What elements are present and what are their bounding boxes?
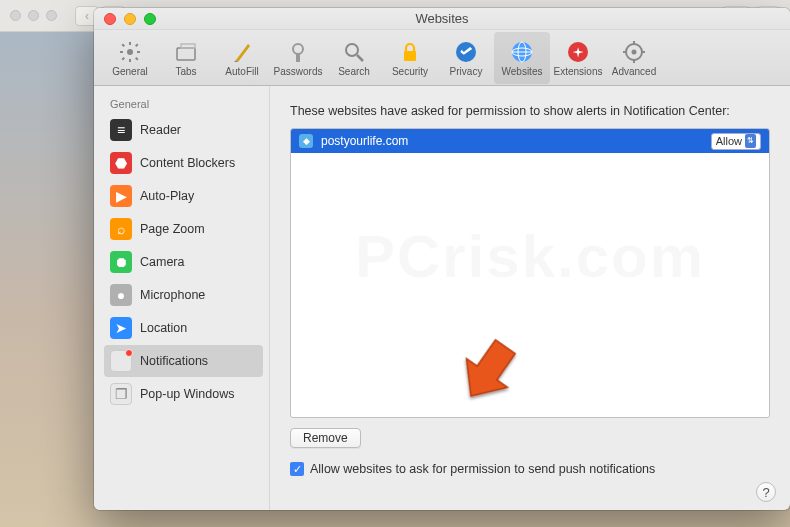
toolbar-label: Extensions — [554, 66, 603, 77]
camera-icon: ⏺ — [110, 251, 132, 273]
advanced-icon — [621, 39, 647, 65]
toolbar-security[interactable]: Security — [382, 32, 438, 84]
microphone-icon: ● — [110, 284, 132, 306]
sidebar-item-microphone[interactable]: ●Microphone — [104, 279, 263, 311]
toolbar-label: Privacy — [450, 66, 483, 77]
toolbar-advanced[interactable]: Advanced — [606, 32, 662, 84]
traffic-lights — [104, 13, 156, 25]
help-button[interactable]: ? — [756, 482, 776, 502]
general-icon — [117, 39, 143, 65]
site-favicon: ◆ — [299, 134, 313, 148]
content-blockers-icon: ⬣ — [110, 152, 132, 174]
sidebar-item-content-blockers[interactable]: ⬣Content Blockers — [104, 147, 263, 179]
sidebar-item-auto-play[interactable]: ▶Auto-Play — [104, 180, 263, 212]
toolbar-label: AutoFill — [225, 66, 258, 77]
toolbar-label: General — [112, 66, 148, 77]
allow-ask-checkbox[interactable]: ✓ — [290, 462, 304, 476]
privacy-icon — [453, 39, 479, 65]
content-area: General ≡Reader⬣Content Blockers▶Auto-Pl… — [94, 86, 790, 510]
toolbar-general[interactable]: General — [102, 32, 158, 84]
svg-line-6 — [357, 55, 363, 61]
toolbar-passwords[interactable]: Passwords — [270, 32, 326, 84]
search-icon — [341, 39, 367, 65]
sidebar-label: Reader — [140, 123, 181, 137]
sidebar-item-location[interactable]: ➤Location — [104, 312, 263, 344]
panel-description: These websites have asked for permission… — [290, 104, 770, 118]
sidebar-label: Location — [140, 321, 187, 335]
svg-point-5 — [346, 44, 358, 56]
outer-traffic-lights — [10, 10, 57, 21]
toolbar-label: Search — [338, 66, 370, 77]
outer-dot — [28, 10, 39, 21]
sidebar-item-notifications[interactable]: Notifications — [104, 345, 263, 377]
maximize-button[interactable] — [144, 13, 156, 25]
remove-button[interactable]: Remove — [290, 428, 361, 448]
main-panel: These websites have asked for permission… — [270, 86, 790, 510]
website-row[interactable]: ◆ postyourlife.com Allow ⇅ — [291, 129, 769, 153]
auto-play-icon: ▶ — [110, 185, 132, 207]
select-arrows-icon: ⇅ — [745, 134, 756, 148]
sidebar-label: Microphone — [140, 288, 205, 302]
svg-rect-2 — [181, 44, 195, 48]
sidebar-label: Notifications — [140, 354, 208, 368]
popup-windows-icon: ❐ — [110, 383, 132, 405]
extensions-icon — [565, 39, 591, 65]
preferences-toolbar: GeneralTabsAutoFillPasswordsSearchSecuri… — [94, 30, 790, 86]
badge-dot — [125, 349, 133, 357]
outer-dot — [10, 10, 21, 21]
window-title: Websites — [415, 11, 468, 26]
svg-rect-4 — [296, 53, 300, 62]
reader-icon: ≡ — [110, 119, 132, 141]
titlebar: Websites — [94, 8, 790, 30]
toolbar-tabs[interactable]: Tabs — [158, 32, 214, 84]
websites-icon — [509, 39, 535, 65]
toolbar-websites[interactable]: Websites — [494, 32, 550, 84]
bottom-controls: Remove — [290, 428, 770, 448]
sidebar-item-camera[interactable]: ⏺Camera — [104, 246, 263, 278]
website-list[interactable]: PCrisk.com ◆ postyourlife.com Allow ⇅ — [290, 128, 770, 418]
sidebar-label: Page Zoom — [140, 222, 205, 236]
toolbar-label: Advanced — [612, 66, 656, 77]
passwords-icon — [285, 39, 311, 65]
sidebar-header: General — [104, 96, 263, 114]
toolbar-label: Websites — [502, 66, 543, 77]
toolbar-label: Passwords — [274, 66, 323, 77]
permission-value: Allow — [716, 135, 742, 147]
site-domain: postyourlife.com — [321, 134, 711, 148]
permission-select[interactable]: Allow ⇅ — [711, 133, 761, 150]
sidebar-item-popup-windows[interactable]: ❐Pop-up Windows — [104, 378, 263, 410]
sidebar-label: Pop-up Windows — [140, 387, 235, 401]
sidebar-item-page-zoom[interactable]: ⌕Page Zoom — [104, 213, 263, 245]
autofill-icon — [229, 39, 255, 65]
outer-dot — [46, 10, 57, 21]
toolbar-label: Security — [392, 66, 428, 77]
preferences-window: Websites GeneralTabsAutoFillPasswordsSea… — [94, 8, 790, 510]
sidebar: General ≡Reader⬣Content Blockers▶Auto-Pl… — [94, 86, 270, 510]
svg-point-3 — [293, 44, 303, 54]
close-button[interactable] — [104, 13, 116, 25]
sidebar-label: Auto-Play — [140, 189, 194, 203]
svg-point-0 — [127, 49, 133, 55]
page-zoom-icon: ⌕ — [110, 218, 132, 240]
toolbar-label: Tabs — [175, 66, 196, 77]
tabs-icon — [173, 39, 199, 65]
notifications-icon — [110, 350, 132, 372]
sidebar-item-reader[interactable]: ≡Reader — [104, 114, 263, 146]
svg-rect-7 — [404, 51, 416, 61]
checkbox-row: ✓ Allow websites to ask for permission t… — [290, 462, 770, 476]
location-icon: ➤ — [110, 317, 132, 339]
security-icon — [397, 39, 423, 65]
toolbar-privacy[interactable]: Privacy — [438, 32, 494, 84]
toolbar-autofill[interactable]: AutoFill — [214, 32, 270, 84]
svg-rect-1 — [177, 48, 195, 60]
svg-point-16 — [632, 49, 637, 54]
checkbox-label: Allow websites to ask for permission to … — [310, 462, 655, 476]
toolbar-search[interactable]: Search — [326, 32, 382, 84]
toolbar-extensions[interactable]: Extensions — [550, 32, 606, 84]
sidebar-label: Camera — [140, 255, 184, 269]
minimize-button[interactable] — [124, 13, 136, 25]
sidebar-label: Content Blockers — [140, 156, 235, 170]
watermark: PCrisk.com — [355, 221, 705, 290]
